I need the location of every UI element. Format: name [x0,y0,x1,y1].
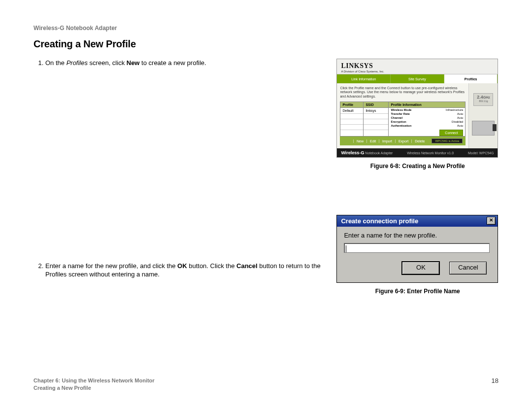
text: to create a new profile. [139,59,206,67]
col-header: SSID [364,102,388,108]
info-value: Auto [457,124,463,127]
info-label: Wireless Mode [391,108,411,111]
bold-new: New [127,59,140,67]
col-profile: Profile Default [340,102,364,136]
new-button[interactable]: New [353,139,364,143]
text: screen, click [88,59,127,67]
steps-list-cont: Enter a name for the new profile, and cl… [33,262,323,279]
footer-chapter: Chapter 6: Using the Wireless Network Mo… [33,377,155,384]
window-footer: Wireless-G Notebook Adapter Wireless Net… [337,148,498,157]
footer-section: Creating a New Profile [33,384,155,391]
window-topbar: LINKSYS A Division of Cisco Systems, Inc… [337,59,498,74]
info-row: ChannelAuto [389,116,465,120]
adapter-card-icon [472,121,495,136]
manual-page: Wireless-G Notebook Adapter Creating a N… [0,0,532,411]
window-body: Click the Profile name and the Connect b… [337,83,498,148]
info-value: Auto [457,116,463,119]
body-main: Click the Profile name and the Connect b… [337,83,468,148]
figure-dialog-window: Create connection profile ✕ Enter a name… [336,215,498,283]
info-value: Disabled [452,120,463,123]
wg-suffix: Notebook Adapter [364,151,393,155]
content-columns: On the Profiles screen, click New to cre… [33,59,499,295]
col-ssid: SSID linksys [364,102,389,136]
figure-9-caption: Figure 6-9: Enter Profile Name [336,288,499,295]
spacer [33,70,323,262]
wg-prefix: Wireless- [341,150,361,155]
table-row [340,125,363,130]
figure-column: LINKSYS A Division of Cisco Systems, Inc… [336,59,499,295]
col-header: Profile [340,102,363,108]
dialog-titlebar: Create connection profile ✕ [337,215,498,227]
info-row: Transfer RateAuto [389,112,465,116]
footer-product: Wireless-G Notebook Adapter [341,150,393,155]
side-panel: 2.4GHz 802.11g [468,83,498,148]
connect-button[interactable]: Connect [439,130,463,136]
dialog-body: Enter a name for the new profile. OK Can… [337,227,498,282]
profiles-table: Profile Default SSID linksys [340,102,466,137]
table-row [340,114,363,119]
col-header: Profile Information [389,102,465,108]
brand-logo: LINKSYS [341,62,494,70]
em-profiles: Profiles [66,59,88,67]
text: button. Click the [187,262,236,270]
info-row: Wireless ModeInfrastructure [389,108,465,112]
page-footer: Chapter 6: Using the Wireless Network Mo… [33,377,499,391]
info-value: Infrastructure [446,108,463,111]
table-row[interactable]: linksys [364,108,388,114]
footer-lines: Chapter 6: Using the Wireless Network Mo… [33,377,155,391]
instruction-text: Click the Profile name and the Connect b… [340,86,466,99]
info-value: Auto [457,112,463,115]
cancel-button[interactable]: Cancel [449,262,487,274]
dialog-label: Enter a name for the new profile. [344,232,491,239]
info-label: Transfer Rate [391,112,409,115]
table-row [364,114,388,119]
text: Enter a name for the new profile, and cl… [45,262,177,270]
info-label: Encryption [391,120,406,123]
info-label: Channel [391,116,402,119]
tab-site-survey[interactable]: Site Survey [391,74,444,83]
tab-bar: Link Information Site Survey Profiles [337,74,498,83]
ghz-num: 2.4 [477,95,483,100]
page-number: 18 [492,377,499,391]
import-button[interactable]: Import [379,139,392,143]
text-caret-icon [346,245,346,252]
info-row: AuthenticationAuto [389,124,465,128]
section-title: Creating a New Profile [33,38,499,50]
footer-version: Wireless Network Monitor v1.0 [407,151,454,155]
text: On the [45,59,66,67]
product-header: Wireless-G Notebook Adapter [33,25,499,32]
info-label: Authentication [391,124,411,127]
figure-profiles-window: LINKSYS A Division of Cisco Systems, Inc… [336,59,498,158]
ghz-unit: GHz [483,96,490,99]
table-row [364,119,388,125]
tab-profiles[interactable]: Profiles [444,74,498,83]
adapter-status: WPC54G is Active [432,138,463,143]
text-column: On the Profiles screen, click New to cre… [33,59,323,295]
bold-cancel: Cancel [236,262,258,270]
ok-button[interactable]: OK [402,262,439,274]
edit-button[interactable]: Edit [366,139,376,143]
table-row[interactable]: Default [340,108,363,114]
table-row [364,125,388,130]
footer-model: Model: WPC54G [468,151,494,155]
tab-link-information[interactable]: Link Information [337,74,391,83]
export-button[interactable]: Export [395,139,408,143]
profile-name-input[interactable] [344,243,490,253]
table-row [340,119,363,125]
info-row: EncryptionDisabled [389,120,465,124]
dialog-title: Create connection profile [341,217,418,225]
close-icon[interactable]: ✕ [487,217,496,225]
step-2: Enter a name for the new profile, and cl… [45,262,323,279]
button-bar: New Edit Import Export Delete WPC54G is … [340,137,466,145]
brand-subtitle: A Division of Cisco Systems, Inc. [341,70,494,73]
bold-ok: OK [177,262,187,270]
steps-list: On the Profiles screen, click New to cre… [33,59,323,68]
step-1: On the Profiles screen, click New to cre… [45,59,323,68]
figure-8-caption: Figure 6-8: Creating a New Profile [336,163,499,170]
delete-button[interactable]: Delete [411,139,425,143]
ghz-standard: 802.11g [474,100,493,103]
col-info: Profile Information Wireless ModeInfrast… [389,102,465,136]
dialog-buttons: OK Cancel [344,262,491,274]
ghz-badge: 2.4GHz 802.11g [473,93,493,106]
